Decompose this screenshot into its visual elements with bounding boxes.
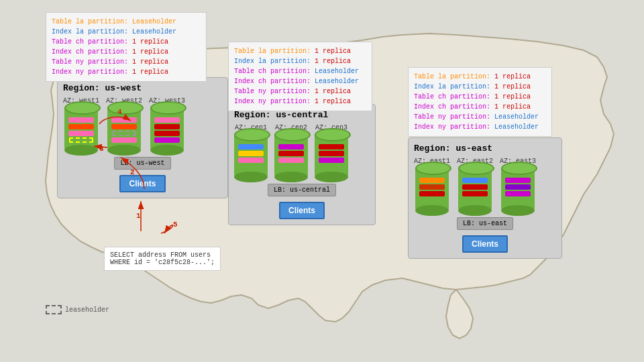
west-az3-block1 bbox=[154, 117, 180, 123]
cen2-block2 bbox=[278, 151, 304, 156]
sql-line1: SELECT address FROM users bbox=[110, 251, 215, 259]
east-clients-container: Clients bbox=[414, 235, 556, 253]
west-az2-block1 bbox=[111, 117, 137, 123]
west-az2-block3 bbox=[111, 137, 137, 143]
west-info-box: Table la partition: Leaseholder Index la… bbox=[46, 12, 207, 82]
west-az-row: AZ: west1 AZ: west2 AZ: west3 bbox=[63, 97, 222, 150]
cen2-col: AZ: cen2 bbox=[274, 124, 308, 177]
east3-block1 bbox=[505, 178, 531, 183]
west-info-line-5: Table ny partition: 1 replica bbox=[52, 57, 201, 67]
central-region-panel: Region: us-central AZ: cen1 AZ: cen2 AZ:… bbox=[228, 104, 376, 225]
east-info-line-1: Table la partition: 1 replica bbox=[414, 72, 546, 82]
central-az-row: AZ: cen1 AZ: cen2 AZ: cen3 bbox=[234, 124, 370, 177]
east2-block2 bbox=[462, 184, 488, 190]
east2-block1 bbox=[462, 178, 488, 183]
west-az1-col: AZ: west1 bbox=[63, 97, 99, 150]
west-info-line-1: Table la partition: Leaseholder bbox=[52, 17, 201, 27]
east-clients-button[interactable]: Clients bbox=[462, 235, 508, 253]
cen3-block3 bbox=[319, 158, 344, 163]
west-az2-block2 bbox=[111, 124, 137, 129]
east2-block3 bbox=[462, 191, 488, 196]
central-info-line-2: Index la partition: 1 replica bbox=[234, 56, 366, 66]
cen2-block3 bbox=[278, 158, 304, 163]
central-clients-button[interactable]: Clients bbox=[279, 202, 325, 219]
west-info-line-4: Index ch partition: 1 replica bbox=[52, 47, 201, 57]
cen1-cylinder bbox=[234, 133, 268, 177]
cen3-block2 bbox=[319, 151, 344, 156]
west-region-title: Region: us-west bbox=[63, 83, 222, 93]
cen3-block1 bbox=[319, 144, 344, 149]
east3-cylinder bbox=[501, 167, 535, 210]
west-az2-col: AZ: west2 bbox=[106, 97, 142, 150]
east-info-line-3: Table ch partition: 1 replica bbox=[414, 92, 546, 102]
east1-block1 bbox=[419, 178, 445, 183]
west-az1-cylinder bbox=[64, 107, 98, 150]
west-lb: LB: us-west bbox=[114, 157, 170, 170]
central-lb: LB: us-central bbox=[268, 184, 336, 196]
west-az3-block4 bbox=[154, 137, 180, 143]
west-az3-block2 bbox=[154, 124, 180, 129]
central-info-line-3: Table ch partition: Leaseholder bbox=[234, 66, 366, 76]
east1-block2 bbox=[419, 184, 445, 190]
east-info-line-4: Index ch partition: 1 replica bbox=[414, 102, 546, 112]
central-info-line-1: Table la partition: 1 replica bbox=[234, 46, 366, 56]
west-lb-container: LB: us-west bbox=[63, 154, 222, 170]
east-lb-container: LB: us-east bbox=[414, 215, 556, 230]
west-az1-block2 bbox=[68, 124, 94, 129]
cen3-col: AZ: cen3 bbox=[315, 124, 348, 177]
central-lb-container: LB: us-central bbox=[234, 181, 370, 196]
legend-dashed-icon bbox=[46, 305, 62, 314]
west-az2-cylinder bbox=[107, 107, 141, 150]
east1-cylinder bbox=[415, 167, 449, 210]
west-az3-block3 bbox=[154, 131, 180, 136]
sql-line2: WHERE id = 'c28f5c28-...'; bbox=[110, 259, 215, 266]
west-az1-block1 bbox=[68, 117, 94, 123]
east-info-line-5: Table ny partition: Leaseholder bbox=[414, 112, 546, 122]
central-info-box: Table la partition: 1 replica Index la p… bbox=[228, 42, 372, 111]
cen2-block1 bbox=[278, 144, 304, 149]
legend: leaseholder bbox=[46, 305, 109, 314]
cen1-col: AZ: cen1 bbox=[234, 124, 268, 177]
sql-box: SELECT address FROM users WHERE id = 'c2… bbox=[104, 247, 221, 271]
west-info-line-6: Index ny partition: 1 replica bbox=[52, 67, 201, 77]
west-az1-block3 bbox=[68, 131, 94, 136]
west-info-line-2: Index la partition: Leaseholder bbox=[52, 27, 201, 37]
east-info-line-2: Index la partition: 1 replica bbox=[414, 82, 546, 92]
west-clients-button[interactable]: Clients bbox=[119, 175, 165, 192]
east-region-panel: Region: us-east AZ: east1 AZ: east2 AZ: … bbox=[408, 137, 562, 259]
east1-col: AZ: east1 bbox=[414, 158, 450, 210]
east-az-row: AZ: east1 AZ: east2 AZ: east3 bbox=[414, 158, 556, 210]
east-info-line-6: Index ny partition: Leaseholder bbox=[414, 122, 546, 132]
cen1-block3 bbox=[238, 158, 264, 163]
cen1-block1 bbox=[238, 144, 264, 149]
central-info-line-5: Table ny partition: 1 replica bbox=[234, 86, 366, 97]
east-region-title: Region: us-east bbox=[414, 143, 556, 154]
cen3-cylinder bbox=[315, 133, 348, 177]
west-clients-container: Clients bbox=[63, 175, 222, 192]
west-az3-cylinder bbox=[150, 107, 184, 150]
cen1-block2 bbox=[238, 151, 264, 156]
east-lb: LB: us-east bbox=[457, 217, 513, 230]
east3-block2 bbox=[505, 184, 531, 190]
cen2-cylinder bbox=[274, 133, 308, 177]
central-info-line-4: Index ch partition: Leaseholder bbox=[234, 76, 366, 86]
west-region-panel: Region: us-west AZ: west1 AZ: west2 AZ: bbox=[57, 77, 228, 198]
central-region-title: Region: us-central bbox=[234, 110, 370, 120]
west-az2-leaseholder bbox=[112, 131, 136, 136]
west-info-line-3: Table ch partition: 1 replica bbox=[52, 37, 201, 47]
east3-col: AZ: east3 bbox=[500, 158, 536, 210]
legend-label: leaseholder bbox=[65, 306, 109, 314]
west-az3-col: AZ: west3 bbox=[149, 97, 185, 150]
central-info-line-6: Index ny partition: 1 replica bbox=[234, 97, 366, 107]
east2-cylinder bbox=[458, 167, 492, 210]
east1-block3 bbox=[419, 191, 445, 196]
east3-block3 bbox=[505, 191, 531, 196]
east-info-box: Table la partition: 1 replica Index la p… bbox=[408, 67, 552, 137]
central-clients-container: Clients bbox=[234, 202, 370, 219]
east2-col: AZ: east2 bbox=[457, 158, 493, 210]
west-az1-leaseholder bbox=[69, 137, 93, 143]
